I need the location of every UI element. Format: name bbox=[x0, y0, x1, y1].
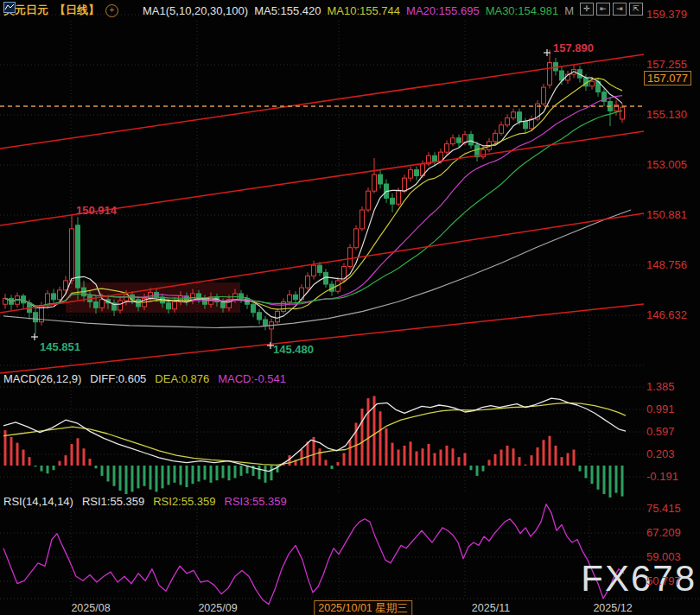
candle-body bbox=[366, 191, 371, 210]
chart-canvas bbox=[0, 0, 700, 615]
candle-body bbox=[318, 265, 322, 272]
candle-body bbox=[124, 295, 129, 301]
candle-body bbox=[451, 138, 455, 144]
time-axis-label: 2025/09 bbox=[198, 602, 237, 614]
price-axis-label: 159.379 bbox=[646, 8, 687, 21]
price-annotation: 145.851 bbox=[40, 340, 80, 353]
rsi-header: RSI(14,14,14) RSI1:55.359 RSI2:55.359 RS… bbox=[3, 495, 287, 508]
current-price-badge: 157.077 bbox=[644, 71, 691, 86]
candle-body bbox=[100, 300, 105, 308]
price-axis-label: 146.632 bbox=[646, 308, 687, 321]
candle-body bbox=[288, 295, 292, 301]
ma20-value: MA20:155.695 bbox=[406, 4, 480, 17]
candle-body bbox=[409, 170, 413, 179]
candle-body bbox=[76, 225, 80, 288]
macd-axis-label: 1.385 bbox=[646, 380, 675, 393]
candle-body bbox=[173, 302, 177, 309]
chart-application: 美元日元 【日线】 + MA1(5,10,20,30,100) MA5:155.… bbox=[0, 0, 700, 615]
trendline bbox=[0, 304, 644, 373]
price-annotation: 145.480 bbox=[273, 343, 314, 356]
candle-body bbox=[348, 248, 353, 267]
scale-right-icon[interactable]: ⇥ bbox=[613, 3, 627, 16]
time-axis: 2025/082025/092025/112025/122025/10/01 星… bbox=[0, 599, 700, 615]
more-indicator-label[interactable]: M bbox=[564, 4, 574, 17]
scale-left-icon[interactable]: ⇤ bbox=[596, 3, 610, 16]
ma5-line bbox=[5, 72, 622, 319]
candle-body bbox=[258, 313, 262, 320]
candle-body bbox=[524, 122, 528, 129]
expand-panel-icon[interactable]: ⇱ bbox=[629, 3, 643, 16]
candle-body bbox=[500, 125, 504, 134]
trendline bbox=[0, 213, 644, 313]
candle-body bbox=[312, 265, 316, 276]
rsi-title[interactable]: RSI(14,14,14) bbox=[3, 495, 73, 508]
candle-body bbox=[518, 112, 522, 122]
candle-body bbox=[52, 294, 56, 300]
candle-body bbox=[457, 138, 461, 143]
macd-title[interactable]: MACD(26,12,9) bbox=[3, 372, 81, 385]
candle-body bbox=[469, 135, 474, 145]
period-selector[interactable]: 【日线】 bbox=[54, 3, 99, 18]
candle-body bbox=[94, 302, 99, 308]
candle-body bbox=[251, 304, 256, 313]
candle-body bbox=[58, 290, 62, 300]
candle-body bbox=[70, 229, 74, 281]
macd-axis-label: 0.991 bbox=[646, 403, 675, 415]
price-axis-label: 155.130 bbox=[646, 108, 687, 121]
macd-header: MACD(26,12,9) DIFF:0.605 DEA:0.876 MACD:… bbox=[3, 372, 286, 385]
price-axis-label: 148.756 bbox=[646, 258, 687, 271]
macd-dea-value: DEA:0.876 bbox=[155, 372, 209, 385]
candle-body bbox=[620, 107, 625, 119]
candle-body bbox=[512, 112, 516, 118]
rsi2-value: RSI2:55.359 bbox=[153, 495, 215, 508]
candle-body bbox=[167, 303, 171, 309]
chart-header: 美元日元 【日线】 + MA1(5,10,20,30,100) MA5:155.… bbox=[3, 2, 574, 19]
candle-body bbox=[548, 62, 552, 85]
candle-body bbox=[360, 210, 365, 229]
time-axis-label: 2025/11 bbox=[472, 602, 510, 614]
chart-type-icon[interactable] bbox=[124, 5, 137, 16]
move-crosshair-icon[interactable]: ✛ bbox=[580, 3, 594, 16]
price-annotation: 157.890 bbox=[553, 41, 594, 54]
chart-toolbar: ✛⇤⇥⇱ bbox=[580, 3, 643, 16]
candle-body bbox=[354, 229, 359, 248]
candle-body bbox=[306, 276, 310, 288]
candle-body bbox=[264, 320, 268, 326]
price-axis-label: 153.005 bbox=[646, 158, 687, 171]
time-axis-label: 2025/08 bbox=[71, 602, 110, 614]
candle-body bbox=[276, 311, 280, 321]
price-annotation: 150.914 bbox=[76, 204, 117, 217]
candle-body bbox=[481, 149, 486, 156]
price-axis-label: 150.881 bbox=[646, 208, 687, 221]
rsi1-value: RSI1:55.359 bbox=[82, 495, 144, 508]
candle-body bbox=[118, 301, 123, 310]
candle-body bbox=[137, 300, 141, 307]
ma-settings-label: MA1(5,10,20,30,100) bbox=[143, 4, 248, 17]
time-axis-highlight: 2025/10/01 星期三 bbox=[314, 600, 412, 615]
candle-body bbox=[379, 174, 383, 184]
candle-body bbox=[372, 174, 377, 191]
macd-axis-label: 0.597 bbox=[646, 425, 675, 438]
candle-body bbox=[415, 170, 419, 176]
candle-body bbox=[433, 155, 437, 162]
rsi-axis-label: 59.003 bbox=[646, 550, 681, 563]
ma10-value: MA10:155.744 bbox=[327, 4, 400, 17]
candle-body bbox=[542, 87, 546, 104]
candle-body bbox=[294, 295, 298, 299]
time-axis-label: 2025/12 bbox=[593, 602, 632, 614]
rsi3-value: RSI3:55.359 bbox=[225, 495, 287, 508]
candle-body bbox=[403, 178, 407, 191]
candle-body bbox=[445, 144, 449, 153]
rsi-axis-label: 67.209 bbox=[646, 526, 681, 539]
macd-value: MACD:-0.541 bbox=[218, 372, 286, 385]
macd-axis-label: 0.203 bbox=[646, 447, 675, 460]
candle-body bbox=[397, 191, 401, 204]
trendline bbox=[0, 54, 644, 149]
ma30-value: MA30:154.981 bbox=[486, 4, 559, 17]
add-indicator-icon[interactable]: + bbox=[105, 4, 118, 17]
candle-body bbox=[506, 118, 510, 125]
ma5-value: MA5:155.420 bbox=[254, 4, 321, 17]
rsi-line bbox=[3, 504, 624, 605]
candle-body bbox=[493, 133, 498, 142]
candle-body bbox=[34, 313, 38, 322]
